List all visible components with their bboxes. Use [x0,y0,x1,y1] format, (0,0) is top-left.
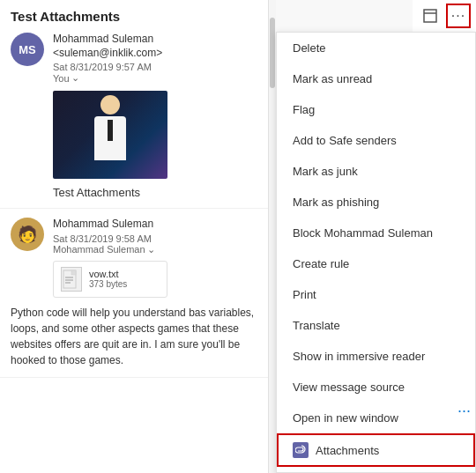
translate-label: Translate [293,319,340,332]
add-safe-label: Add to Safe senders [293,134,397,147]
avatar-2: 🧑 [11,218,44,251]
flag-label: Flag [293,103,315,116]
immersive-reader-label: Show in immersive reader [293,350,425,363]
delete-label: Delete [293,41,326,55]
dots-icon: ··· [451,8,465,24]
file-size: 373 bytes [89,279,127,289]
menu-item-block[interactable]: Block Mohammad Suleman [277,218,475,248]
attachment-item[interactable]: vow.txt 373 bytes [53,261,167,298]
chevron-down-icon: ⌄ [71,72,79,84]
file-icon [61,267,82,292]
email-title-1: Test Attachments [53,186,257,199]
context-menu-container: ··· Delete Mark as unread Flag Add to Sa… [276,0,476,473]
attachments-label: Attachments [316,444,379,457]
scrollbar[interactable] [269,0,276,473]
menu-item-flag[interactable]: Flag [277,94,475,125]
file-info: vow.txt 373 bytes [89,269,127,289]
menu-item-immersive-reader[interactable]: Show in immersive reader [277,341,475,372]
person-figure [94,95,126,160]
email-you-1: You ⌄ [53,72,257,84]
menu-item-mark-unread[interactable]: Mark as unread [277,63,475,94]
menu-item-onenote[interactable]: N OneNote [277,467,475,473]
block-label: Block Mohammad Suleman [293,226,433,240]
menu-item-open-window[interactable]: Open in new window [277,403,475,433]
menu-item-print[interactable]: Print [277,279,475,310]
email-date-2: Sat 8/31/2019 9:58 AM [53,233,257,244]
more-actions-dots[interactable]: ··· [457,402,471,420]
avatar-1: MS [11,33,44,66]
person-head [100,95,120,115]
email-from-2: Mohammad Suleman ⌄ [53,244,257,255]
attachments-icon [293,442,309,458]
email-image [53,91,167,179]
mark-junk-label: Mark as junk [293,165,358,178]
print-label: Print [293,288,316,301]
open-window-label: Open in new window [293,411,398,425]
menu-item-add-safe[interactable]: Add to Safe senders [277,125,475,156]
scrollbar-thumb[interactable] [270,18,275,88]
mark-unread-label: Mark as unread [293,72,372,85]
email-item-2[interactable]: 🧑 Mohammad Suleman Sat 8/31/2019 9:58 AM… [0,209,268,378]
email-sender-1: Mohammad Suleman <suleman@inklik.com> [53,33,257,60]
more-options-button[interactable]: ··· [446,4,471,28]
menu-item-mark-phishing[interactable]: Mark as phishing [277,187,475,218]
email-body: Python code will help you understand bas… [11,305,257,368]
file-name: vow.txt [89,269,127,279]
email-meta-1: Mohammad Suleman <suleman@inklik.com> Sa… [53,33,257,84]
view-source-label: View message source [293,381,405,394]
page-title: Test Attachments [11,9,257,24]
chevron-down-icon-2: ⌄ [147,244,155,255]
person-tie [108,120,113,141]
menu-item-create-rule[interactable]: Create rule [277,248,475,279]
person-body [94,116,126,160]
email-item-1[interactable]: Test Attachments MS Mohammad Suleman <su… [0,0,268,209]
collapse-button[interactable] [418,4,443,28]
email-sender-2: Mohammad Suleman [53,218,257,232]
menu-item-translate[interactable]: Translate [277,310,475,341]
create-rule-label: Create rule [293,257,349,270]
email-meta-2: Mohammad Suleman Sat 8/31/2019 9:58 AM M… [53,218,257,255]
menu-item-delete[interactable]: Delete [277,33,475,63]
menu-item-mark-junk[interactable]: Mark as junk [277,156,475,187]
mark-phishing-label: Mark as phishing [293,196,379,209]
menu-item-view-source[interactable]: View message source [277,372,475,403]
menu-item-attachments[interactable]: Attachments [277,433,475,467]
email-date-1: Sat 8/31/2019 9:57 AM [53,62,257,72]
context-menu: Delete Mark as unread Flag Add to Safe s… [276,32,476,473]
svg-rect-4 [424,10,436,22]
email-panel: Test Attachments MS Mohammad Suleman <su… [0,0,269,473]
icon-bar: ··· [413,0,476,33]
